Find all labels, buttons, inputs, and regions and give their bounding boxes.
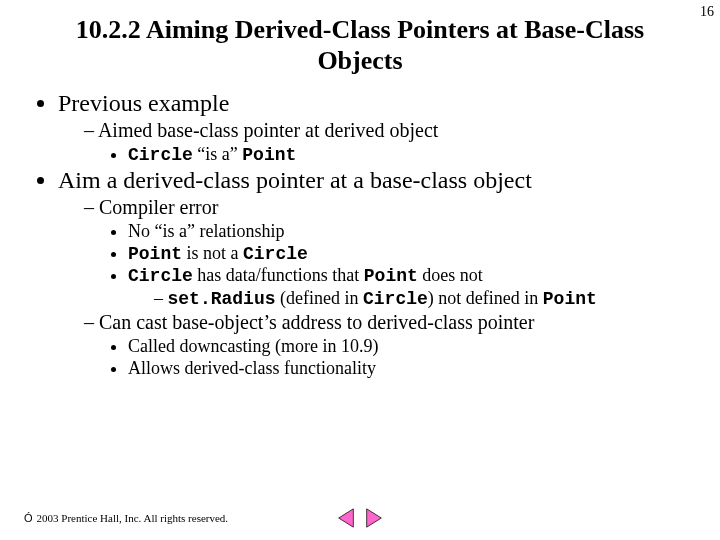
arrow-left-icon	[335, 507, 357, 529]
text-isa: “is a”	[193, 144, 242, 164]
bullet-2-1: Compiler error No “is a” relationship Po…	[84, 196, 690, 309]
code-point-2: Point	[128, 244, 182, 264]
bullet-1-1-text: Aimed base-class pointer at derived obje…	[98, 119, 438, 141]
bullet-2-1-1: No “is a” relationship	[128, 221, 690, 242]
code-point-3: Point	[364, 266, 418, 286]
text-notdef: ) not defined in	[428, 288, 543, 308]
text-doesnot: does not	[418, 265, 483, 285]
text-hasdata: has data/functions that	[193, 265, 364, 285]
bullet-2-2-2: Allows derived-class functionality	[128, 358, 690, 379]
slide: 16 10.2.2 Aiming Derived-Class Pointers …	[0, 0, 720, 540]
bullet-2-text: Aim a derived-class pointer at a base-cl…	[58, 167, 532, 193]
svg-marker-1	[367, 509, 382, 527]
bullet-2-2-text: Can cast base-object’s address to derive…	[99, 311, 534, 333]
bullet-1-1-1: Circle “is a” Point	[128, 144, 690, 165]
code-circle-2: Circle	[243, 244, 308, 264]
text-isnota: is not a	[182, 243, 243, 263]
bullet-2-2-2-text: Allows derived-class functionality	[128, 358, 376, 378]
bullet-2-2-1: Called downcasting (more in 10.9)	[128, 336, 690, 357]
bullet-2-1-text: Compiler error	[99, 196, 218, 218]
code-point: Point	[242, 145, 296, 165]
bullet-1: Previous example Aimed base-class pointe…	[58, 90, 690, 165]
prev-button[interactable]	[334, 506, 358, 530]
code-point-4: Point	[543, 289, 597, 309]
text-defin: (defined in	[276, 288, 363, 308]
bullet-2-2: Can cast base-object’s address to derive…	[84, 311, 690, 379]
code-setradius: set.Radius	[168, 289, 276, 309]
bullet-2-1-2: Point is not a Circle	[128, 243, 690, 264]
page-number: 16	[700, 4, 714, 20]
bullet-2: Aim a derived-class pointer at a base-cl…	[58, 167, 690, 379]
copyright-footer: Ó 2003 Prentice Hall, Inc. All rights re…	[24, 512, 228, 524]
bullet-2-1-1-text: No “is a” relationship	[128, 221, 284, 241]
copyright-symbol: Ó	[24, 512, 33, 524]
arrow-right-icon	[363, 507, 385, 529]
bullet-list: Previous example Aimed base-class pointe…	[36, 90, 690, 379]
bullet-1-text: Previous example	[58, 90, 229, 116]
svg-marker-0	[339, 509, 354, 527]
copyright-text: 2003 Prentice Hall, Inc. All rights rese…	[37, 512, 229, 524]
bullet-2-2-1-text: Called downcasting (more in 10.9)	[128, 336, 378, 356]
code-circle-3: Circle	[128, 266, 193, 286]
nav-arrows	[334, 506, 386, 530]
bullet-2-1-3: Circle has data/functions that Point doe…	[128, 265, 690, 309]
code-circle-4: Circle	[363, 289, 428, 309]
bullet-2-1-3-1: set.Radius (defined in Circle) not defin…	[154, 288, 690, 309]
code-circle: Circle	[128, 145, 193, 165]
next-button[interactable]	[362, 506, 386, 530]
slide-title: 10.2.2 Aiming Derived-Class Pointers at …	[70, 14, 650, 76]
bullet-1-1: Aimed base-class pointer at derived obje…	[84, 119, 690, 165]
